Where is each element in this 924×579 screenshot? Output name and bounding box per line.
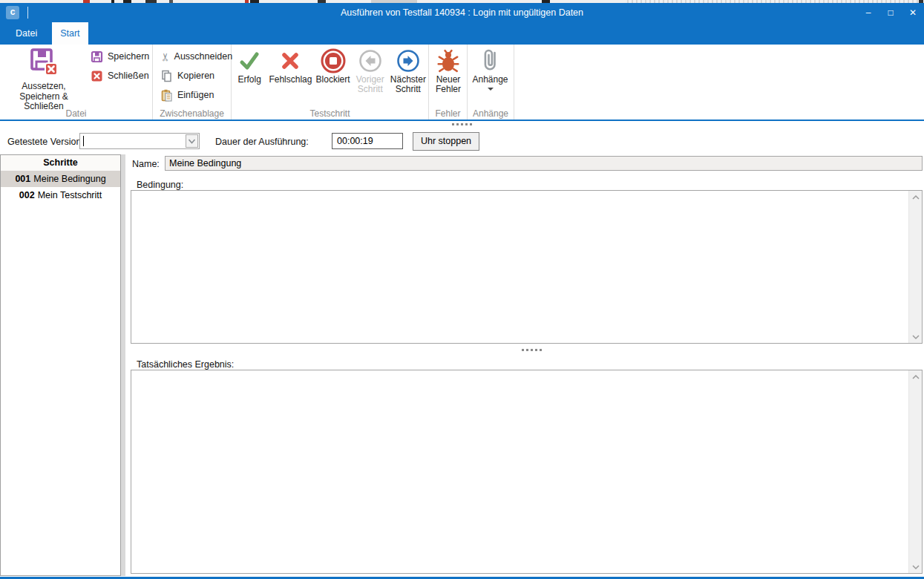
duration-field[interactable]: 00:00:19 xyxy=(332,133,403,149)
cut-button[interactable]: ✂ Ausschneiden xyxy=(157,48,231,65)
suspend-save-close-label: Aussetzen, Speichern & Schließen xyxy=(1,82,87,112)
checkmark-icon xyxy=(237,48,262,74)
scroll-down-icon[interactable] xyxy=(909,560,922,573)
test-execution-window: c Ausführen von Testfall 140934 : Login … xyxy=(0,0,924,579)
ribbon-tab-bar: Datei Start xyxy=(0,22,924,45)
window-controls: – □ ✕ xyxy=(857,3,924,22)
actual-result-label: Tatsächliches Ergebnis: xyxy=(137,359,234,370)
panel-splitter-grip-middle[interactable] xyxy=(522,349,542,351)
copy-label: Kopieren xyxy=(177,71,214,81)
scroll-up-icon[interactable] xyxy=(909,370,922,383)
save-icon xyxy=(91,50,103,63)
maximize-icon: □ xyxy=(888,7,893,18)
group-label-anhaenge: Anhänge xyxy=(468,108,514,119)
paperclip-icon xyxy=(478,48,503,74)
actual-result-input[interactable] xyxy=(131,370,908,573)
blocked-label: Blockiert xyxy=(316,75,350,85)
combobox-dropdown-button[interactable] xyxy=(186,134,198,148)
save-close-icon xyxy=(29,47,59,79)
condition-textbox xyxy=(131,190,923,344)
condition-input[interactable] xyxy=(131,191,908,343)
ribbon-group-anhaenge: Anhänge Anhänge xyxy=(468,45,514,120)
copy-icon xyxy=(160,70,173,82)
close-file-icon xyxy=(91,70,103,82)
vertical-splitter[interactable] xyxy=(121,154,125,576)
chevron-down-icon xyxy=(187,137,197,145)
scroll-up-icon[interactable] xyxy=(909,191,922,203)
arrow-right-circle-icon xyxy=(396,48,421,74)
actual-result-scrollbar[interactable] xyxy=(908,370,922,573)
ribbon-empty-space xyxy=(514,45,924,120)
maximize-button[interactable]: □ xyxy=(879,3,902,22)
group-label-zwischenablage: Zwischenablage xyxy=(153,108,231,119)
cut-label: Ausschneiden xyxy=(174,51,233,62)
close-icon: ✕ xyxy=(909,7,917,18)
bug-icon xyxy=(436,48,460,74)
minimize-icon: – xyxy=(866,7,871,18)
stop-circle-icon xyxy=(320,48,347,74)
ribbon-group-datei: Aussetzen, Speichern & Schließen Speiche… xyxy=(0,45,153,120)
save-button[interactable]: Speichern xyxy=(88,48,149,65)
minimize-button[interactable]: – xyxy=(857,3,879,22)
ribbon: Aussetzen, Speichern & Schließen Speiche… xyxy=(0,45,924,121)
steps-panel: Schritte 001Meine Bedingung 002Mein Test… xyxy=(0,154,121,576)
step-label: Meine Bedingung xyxy=(33,174,105,184)
save-label: Speichern xyxy=(108,51,149,62)
tested-version-combobox[interactable] xyxy=(79,133,200,149)
group-label-fehler: Fehler xyxy=(429,108,467,119)
next-step-label: Nächster Schritt xyxy=(389,75,427,94)
clipboard-buttons: ✂ Ausschneiden Kopieren xyxy=(153,45,231,106)
condition-label: Bedingung: xyxy=(137,180,183,190)
ribbon-group-fehler: Neuer Fehler Fehler xyxy=(429,45,468,120)
tab-datei[interactable]: Datei xyxy=(7,22,45,45)
copy-button[interactable]: Kopieren xyxy=(157,68,231,84)
name-field[interactable]: Meine Bedingung xyxy=(165,156,923,171)
paste-label: Einfügen xyxy=(177,90,214,100)
actual-result-textbox xyxy=(131,370,923,574)
tested-version-label: Getestete Version: xyxy=(7,137,84,147)
panel-splitter-grip-top[interactable] xyxy=(452,123,472,125)
fail-label: Fehlschlag xyxy=(269,75,312,85)
step-number: 002 xyxy=(19,190,35,200)
close-button[interactable]: ✕ xyxy=(902,3,924,22)
chevron-down-icon xyxy=(488,88,494,91)
ribbon-group-testschritt: Erfolg Fehlschlag Blocki xyxy=(232,45,429,120)
steps-header: Schritte xyxy=(1,155,120,171)
pass-label: Erfolg xyxy=(238,75,261,85)
attachments-label: Anhänge xyxy=(472,75,508,85)
scissors-icon: ✂ xyxy=(159,52,171,62)
stop-clock-button[interactable]: Uhr stoppen xyxy=(413,132,479,151)
execution-toolbar: Getestete Version: Dauer der Ausführung:… xyxy=(0,132,924,152)
step-number: 001 xyxy=(15,174,30,184)
close-file-label: Schließen xyxy=(108,71,149,81)
previous-step-label: Voriger Schritt xyxy=(351,75,390,94)
condition-scrollbar[interactable] xyxy=(908,191,922,343)
duration-label: Dauer der Ausführung: xyxy=(215,137,309,147)
scroll-down-icon[interactable] xyxy=(909,330,922,343)
window-title: Ausführen von Testfall 140934 : Login mi… xyxy=(0,3,924,22)
arrow-left-circle-icon xyxy=(358,48,383,74)
x-mark-icon xyxy=(278,48,303,74)
name-label: Name: xyxy=(132,159,160,169)
paste-icon xyxy=(160,89,173,102)
ribbon-group-zwischenablage: ✂ Ausschneiden Kopieren xyxy=(153,45,232,120)
group-label-testschritt: Testschritt xyxy=(232,108,428,119)
step-item-001[interactable]: 001Meine Bedingung xyxy=(1,171,120,187)
close-file-button[interactable]: Schließen xyxy=(88,68,149,84)
paste-button[interactable]: Einfügen xyxy=(157,87,231,103)
title-bar: c Ausführen von Testfall 140934 : Login … xyxy=(0,3,924,22)
group-label-datei: Datei xyxy=(0,108,152,119)
text-cursor xyxy=(83,136,84,146)
tab-start[interactable]: Start xyxy=(52,22,88,45)
step-detail-panel: Name: Meine Bedingung Bedingung: Tatsäch… xyxy=(131,154,923,574)
new-error-label: Neuer Fehler xyxy=(432,75,465,94)
step-item-002[interactable]: 002Mein Testschritt xyxy=(1,187,120,203)
step-label: Mein Testschritt xyxy=(38,190,102,200)
